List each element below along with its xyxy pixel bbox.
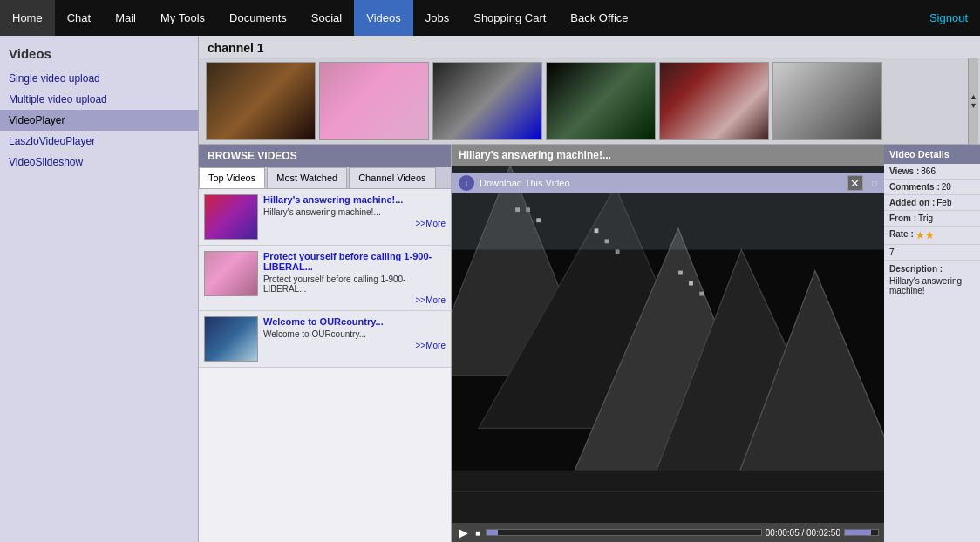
added-value: Feb [936, 198, 951, 207]
svg-rect-12 [678, 271, 683, 275]
download-label[interactable]: Download This Video [480, 178, 570, 188]
added-label: Added on : [889, 198, 935, 207]
video-player-area: Hillary's answering machine!... ↓ Downlo… [452, 145, 884, 542]
description-section: Description : Hillary's answering machin… [884, 261, 980, 299]
time-display: 00:00:05 / 00:02:50 [766, 528, 840, 538]
thumbnail-2[interactable] [319, 62, 429, 140]
browse-item-1[interactable]: Protect yourself before calling 1-900-LI… [199, 246, 451, 311]
from-label: From : [889, 213, 916, 223]
nav-back-office[interactable]: Back Office [558, 0, 640, 36]
svg-rect-14 [699, 292, 704, 296]
description-title: Description : [889, 264, 975, 274]
detail-row-views: Views : 866 [884, 164, 980, 180]
browse-item-info-0: Hillary's answering machine!... Hillary'… [263, 194, 446, 240]
browse-item-desc-0: Hillary's answering machine!... [263, 207, 446, 217]
sidebar-item-laszlo[interactable]: LaszloVideoPlayer [0, 131, 198, 152]
browse-item-2[interactable]: Welcome to OURcountry... Welcome to OURc… [199, 311, 451, 368]
star-rating: ★★ [915, 229, 935, 241]
detail-row-rate-count: 7 [884, 245, 980, 261]
volume-bar-fill [845, 530, 871, 535]
svg-rect-11 [616, 249, 620, 254]
thumbnail-1[interactable] [206, 62, 316, 140]
browse-more-1[interactable]: >>More [263, 295, 446, 305]
detail-row-comments: Comments : 20 [884, 180, 980, 195]
svg-rect-16 [452, 471, 884, 523]
description-text: Hillary's answering machine! [889, 276, 975, 295]
views-value: 866 [921, 166, 936, 176]
channel-header: channel 1 [199, 36, 980, 58]
video-details-panel: Video Details Views : 866 Comments : 20 … [884, 145, 980, 542]
browse-more-2[interactable]: >>More [263, 341, 446, 350]
play-button[interactable]: ▶ [457, 525, 470, 539]
browse-item-title-0: Hillary's answering machine!... [263, 194, 446, 205]
video-title-bar: Hillary's answering machine!... [452, 145, 884, 166]
browse-tabs: Top Videos Most Watched Channel Videos [199, 167, 451, 189]
sidebar-title: Videos [0, 39, 198, 68]
browse-item-0[interactable]: Hillary's answering machine!... Hillary'… [199, 189, 451, 246]
download-icon: ↓ [459, 175, 474, 191]
nav-jobs[interactable]: Jobs [413, 0, 461, 36]
top-navigation: Home Chat Mail My Tools Documents Social… [0, 0, 980, 36]
thumbnail-4[interactable] [546, 62, 656, 140]
download-bar: ↓ Download This Video ✕ □ [452, 173, 884, 193]
browse-list: Hillary's answering machine!... Hillary'… [199, 189, 451, 542]
browse-section-title: BROWSE VIDEOS [199, 145, 451, 167]
comments-label: Comments : [889, 182, 940, 192]
nav-videos[interactable]: Videos [354, 0, 413, 36]
video-details-title: Video Details [884, 145, 980, 164]
thumbnail-3[interactable] [432, 62, 542, 140]
video-controls: ▶ ■ 00:00:05 / 00:02:50 [452, 523, 884, 542]
detail-row-from: From : Trig [884, 211, 980, 227]
sidebar-item-slideshow[interactable]: VideoSlideshow [0, 152, 198, 173]
browse-item-desc-2: Welcome to OURcountry... [263, 329, 446, 339]
sidebar: Videos Single video upload Multiple vide… [0, 36, 199, 542]
detail-row-rate: Rate : ★★ [884, 227, 980, 245]
nav-mytools[interactable]: My Tools [148, 0, 217, 36]
views-label: Views : [889, 166, 919, 176]
thumbnail-strip: ▲ ▼ [199, 58, 980, 145]
download-close-button[interactable]: ✕ [847, 175, 863, 191]
sidebar-item-single-upload[interactable]: Single video upload [0, 68, 198, 89]
browse-thumbnail-0 [204, 194, 258, 240]
rate-label: Rate : [889, 229, 914, 241]
video-player-wrapper[interactable] [452, 166, 884, 523]
nav-documents[interactable]: Documents [217, 0, 299, 36]
detail-row-added: Added on : Feb [884, 195, 980, 211]
browse-panel: BROWSE VIDEOS Top Videos Most Watched Ch… [199, 145, 452, 542]
browse-item-info-2: Welcome to OURcountry... Welcome to OURc… [263, 316, 446, 362]
thumbnail-scroll-button[interactable]: ▲ ▼ [968, 58, 978, 144]
browse-thumbnail-2 [204, 316, 258, 362]
download-extra-btn[interactable]: □ [872, 179, 877, 188]
nav-mail[interactable]: Mail [103, 0, 148, 36]
tab-most-watched[interactable]: Most Watched [267, 167, 347, 188]
signout-button[interactable]: Signout [917, 11, 980, 24]
content-area: channel 1 ▲ ▼ BROWSE VIDEOS Top Videos M… [199, 36, 980, 542]
browse-item-title-1: Protect yourself before calling 1-900-LI… [263, 251, 446, 272]
thumbnail-5[interactable] [659, 62, 769, 140]
browse-item-title-2: Welcome to OURcountry... [263, 316, 446, 327]
browse-item-desc-1: Protect yourself before calling 1-900-LI… [263, 274, 446, 294]
sidebar-item-multiple-upload[interactable]: Multiple video upload [0, 89, 198, 110]
sidebar-item-videoplayer[interactable]: VideoPlayer [0, 110, 198, 131]
browse-item-info-1: Protect yourself before calling 1-900-LI… [263, 251, 446, 305]
volume-bar[interactable] [844, 529, 879, 536]
nav-home[interactable]: Home [0, 0, 55, 36]
progress-bar[interactable] [486, 529, 762, 536]
tab-top-videos[interactable]: Top Videos [199, 167, 265, 188]
progress-bar-fill [487, 530, 498, 535]
browse-thumbnail-1 [204, 251, 258, 296]
main-layout: Videos Single video upload Multiple vide… [0, 36, 980, 542]
browse-more-0[interactable]: >>More [263, 219, 446, 228]
thumbnail-6[interactable] [772, 62, 882, 140]
from-value: Trig [918, 213, 933, 223]
nav-chat[interactable]: Chat [55, 0, 103, 36]
video-title: Hillary's answering machine!... [459, 149, 611, 161]
rate-count: 7 [889, 247, 895, 257]
comments-value: 20 [942, 182, 951, 192]
svg-rect-13 [689, 281, 693, 286]
nav-social[interactable]: Social [299, 0, 354, 36]
nav-shopping-cart[interactable]: Shopping Cart [461, 0, 558, 36]
tab-channel-videos[interactable]: Channel Videos [349, 167, 435, 188]
video-scene [452, 166, 884, 523]
stop-button[interactable]: ■ [473, 528, 482, 538]
